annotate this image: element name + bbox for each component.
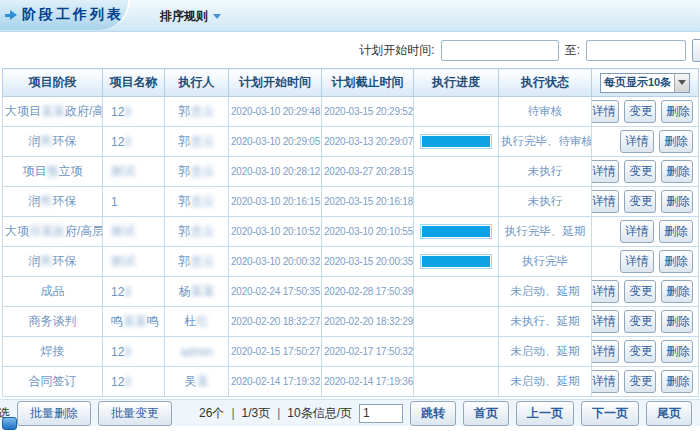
cell-stage: 合同签订 [3,367,103,397]
redacted-text: 忠云 [191,134,215,148]
cell-text: 12 [111,105,124,119]
cell-actions: 详情变更删除 [592,337,699,367]
delete-button[interactable]: 删除 [661,100,693,123]
delete-button[interactable]: 删除 [659,130,693,153]
change-button[interactable]: 变更 [624,340,656,363]
cell-actions: 详情变更删除 [592,277,699,307]
cell-text: 大项 [5,224,29,238]
redacted-text: 忠云 [191,104,215,118]
action-buttons: 详情变更删除 [594,340,696,363]
cell-start-time: 2020-03-10 20:00:32 [229,247,322,277]
delete-button[interactable]: 删除 [661,190,693,213]
action-buttons: 详情变更删除 [594,100,696,123]
details-button[interactable]: 详情 [592,280,620,303]
page-title: 阶段工作列表 [22,6,124,24]
delete-button[interactable]: 删除 [661,310,693,333]
sort-rules-dropdown[interactable]: 排序规则 [160,8,221,25]
delete-button[interactable]: 删除 [659,220,693,243]
details-button[interactable]: 详情 [620,220,654,243]
delete-button[interactable]: 删除 [661,280,693,303]
progress-bar-fill [422,136,490,147]
cell-text: 鸣 [147,314,159,328]
details-button[interactable]: 详情 [592,100,620,123]
cell-text: 郭 [179,224,191,238]
cell-progress [414,217,499,247]
cell-text: 鸣 [111,314,123,328]
cell-status: 未执行 [499,157,592,187]
redacted-text: 某某 [41,104,65,118]
cell-end-time: 2020-02-28 17:50:39 [322,277,414,307]
cell-executor: 郭忠云 [165,127,229,157]
details-button[interactable]: 详情 [620,130,654,153]
delete-button[interactable]: 删除 [661,160,693,183]
change-button[interactable]: 变更 [624,190,656,213]
cell-actions: 详情变更删除 [592,157,699,187]
first-page-button[interactable]: 首页 [463,401,509,426]
redacted-text: 某 [197,374,209,388]
cell-status: 未启动、延期 [499,337,592,367]
page-size-select[interactable]: 每页显示10条 [600,73,690,93]
delete-button[interactable]: 删除 [659,250,693,273]
details-button[interactable]: 详情 [592,370,620,393]
details-button[interactable]: 详情 [592,310,620,333]
work-list-table: 项目阶段 项目名称 执行人 计划开始时间 计划截止时间 执行进度 执行状态 每页… [2,68,699,397]
next-page-button[interactable]: 下一页 [581,401,639,426]
cell-actions: 详情变更删除 [592,187,699,217]
change-button[interactable]: 变更 [624,310,656,333]
details-button[interactable]: 详情 [592,190,620,213]
details-button[interactable]: 详情 [592,340,620,363]
table-header-row: 项目阶段 项目名称 执行人 计划开始时间 计划截止时间 执行进度 执行状态 每页… [3,69,699,97]
tab-stage-work-list[interactable]: 阶段工作列表 [0,0,130,30]
col-header-project-name: 项目名称 [103,69,165,97]
batch-delete-button[interactable]: 批量删除 [17,401,91,426]
select-dropdown-button[interactable] [674,74,689,92]
cell-end-time: 2020-03-27 20:28:15 [322,157,414,187]
batch-change-button[interactable]: 批量变更 [98,401,172,426]
cell-executor: 郭忠云 [165,217,229,247]
start-date-input[interactable] [441,40,559,61]
cell-text: 润 [29,194,41,208]
redacted-text: 忠云 [191,254,215,268]
page-jump-input[interactable] [359,404,403,423]
cell-executor: 郭忠云 [165,187,229,217]
cell-executor: 郭忠云 [165,157,229,187]
col-header-progress: 执行进度 [414,69,499,97]
cell-text: 杜 [185,314,197,328]
progress-bar [420,254,492,269]
details-button[interactable]: 详情 [620,250,654,273]
redacted-text: 预 [47,164,59,178]
details-button[interactable]: 详情 [592,160,620,183]
cell-text: 环保 [53,194,77,208]
cell-start-time: 2020-02-20 18:32:27 [229,307,322,337]
cell-text: 政府/高层 [65,104,103,118]
redacted-text: 民 [41,254,53,268]
last-page-button[interactable]: 尾页 [646,401,692,426]
change-button[interactable]: 变更 [624,280,656,303]
delete-button[interactable]: 删除 [661,370,693,393]
change-button[interactable]: 变更 [624,160,656,183]
prev-page-button[interactable]: 上一页 [516,401,574,426]
change-button[interactable]: 变更 [624,100,656,123]
redacted-text: 测试 [111,224,135,238]
action-buttons: 详情变更删除 [594,370,696,393]
delete-button[interactable]: 删除 [661,340,693,363]
cell-executor: 吴某 [165,367,229,397]
redacted-text: 测试 [111,164,135,178]
page-size-value: 每页显示10条 [601,74,674,92]
redacted-text: 忠云 [191,164,215,178]
jump-button[interactable]: 跳转 [410,401,456,426]
progress-bar-fill [422,226,490,237]
change-button[interactable]: 变更 [624,370,656,393]
cell-actions: 详情删除 [592,247,699,277]
search-button[interactable] [692,39,700,62]
cell-status: 执行完毕 [499,247,592,277]
table-row: 焊接123admin2020-02-15 17:50:272020-02-17 … [3,337,699,367]
cell-stage: 焊接 [3,337,103,367]
end-date-input[interactable] [586,40,686,61]
cell-end-time: 2020-02-20 18:32:29 [322,307,414,337]
cell-stage: 润民环保 [3,247,103,277]
action-buttons: 详情变更删除 [594,190,696,213]
action-buttons: 详情删除 [594,220,696,243]
cell-end-time: 2020-02-14 17:19:36 [322,367,414,397]
cell-text: 项目 [23,164,47,178]
